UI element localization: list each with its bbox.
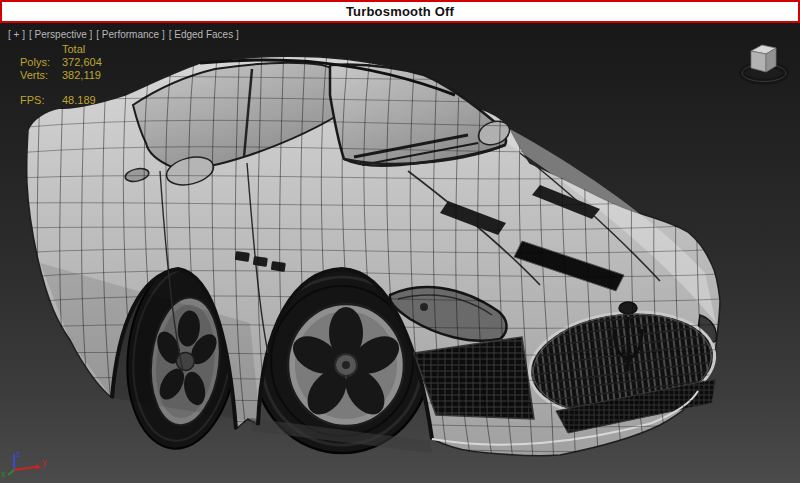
caption-bar: Turbosmooth Off: [0, 0, 800, 23]
caption-text: Turbosmooth Off: [346, 4, 454, 19]
viewport-general-menu[interactable]: [ + ]: [8, 29, 25, 40]
viewport-pov-menu[interactable]: [ Perspective ]: [29, 29, 92, 40]
viewcube-cube[interactable]: [751, 45, 776, 72]
fps-value: 48.189: [62, 94, 96, 107]
polys-label: Polys:: [20, 56, 60, 69]
axis-x-label: x: [1, 469, 6, 479]
statistics-overlay: Total Polys: 372,604 Verts: 382,119 FPS:…: [20, 43, 102, 107]
car-model[interactable]: [14, 41, 792, 479]
app-window: { "title_bar": { "label": "Turbosmooth O…: [0, 0, 800, 483]
viewport-label-bar: [ + ] [ Perspective ] [ Performance ] [ …: [8, 29, 239, 40]
stats-fps-row: FPS: 48.189: [20, 94, 102, 107]
scene-canvas[interactable]: [0, 23, 800, 483]
stats-verts-row: Verts: 382,119: [20, 69, 102, 82]
polys-value: 372,604: [62, 56, 102, 69]
axis-z-label: z: [16, 449, 21, 459]
verts-value: 382,119: [62, 69, 101, 82]
verts-label: Verts:: [20, 69, 60, 82]
viewport-shading-menu[interactable]: [ Edged Faces ]: [169, 29, 239, 40]
viewport-performance-menu[interactable]: [ Performance ]: [96, 29, 164, 40]
viewport[interactable]: [ + ] [ Perspective ] [ Performance ] [ …: [0, 23, 800, 483]
stats-total-header: Total: [62, 43, 85, 56]
stats-total-row: Total: [20, 43, 102, 56]
axis-y-label: y: [42, 457, 47, 467]
fps-label: FPS:: [20, 94, 60, 107]
viewcube[interactable]: [734, 31, 794, 89]
stats-polys-row: Polys: 372,604: [20, 56, 102, 69]
world-axis-gizmo: z x y: [0, 449, 60, 481]
